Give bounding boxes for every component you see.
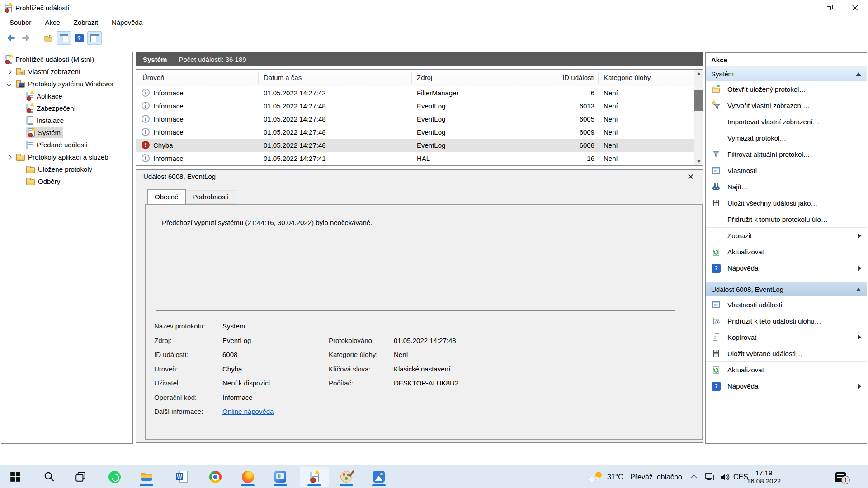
whatsapp-button[interactable] (100, 467, 129, 487)
action-import-custom-view[interactable]: Importovat vlastní zobrazení… (706, 113, 867, 130)
action-help-event-submenu[interactable]: ? Nápověda (706, 378, 867, 394)
tree-root-event-viewer[interactable]: Prohlížeč událostí (Místní) (1, 53, 132, 66)
chevron-down-icon[interactable] (6, 81, 11, 86)
tree-item-vlastni-zobrazeni[interactable]: Vlastní zobrazení (1, 66, 132, 78)
action-help-submenu[interactable]: ? Nápověda (706, 260, 867, 276)
chevron-right-icon[interactable] (6, 155, 11, 160)
menu-akce[interactable]: Akce (38, 15, 66, 29)
chrome-icon (209, 471, 222, 483)
network-button[interactable] (704, 465, 715, 488)
minimize-button[interactable] (789, 0, 816, 15)
back-button[interactable] (4, 31, 18, 45)
action-clear-log[interactable]: Vymazat protokol… (706, 130, 867, 146)
actions-group-system[interactable]: Systém (706, 67, 867, 81)
event-row[interactable]: iInformace 01.05.2022 14:27:41 HAL 16 Ne… (136, 152, 694, 165)
action-refresh-event[interactable]: Aktualizovat (706, 361, 867, 378)
paint-button[interactable] (332, 467, 361, 487)
system-app-button[interactable] (266, 467, 295, 487)
action-refresh[interactable]: Aktualizovat (706, 244, 867, 260)
event-viewer-taskbar-button[interactable] (300, 467, 329, 487)
photos-button[interactable] (364, 467, 393, 487)
action-save-all-events[interactable]: Uložit všechny události jako… (706, 195, 867, 211)
action-attach-task-to-event[interactable]: Přidružit k této události úlohu… (706, 313, 867, 329)
file-explorer-button[interactable] (132, 467, 161, 487)
scroll-up-button[interactable] (694, 70, 703, 78)
tab-podrobnosti[interactable]: Podrobnosti (186, 190, 236, 204)
collapse-icon[interactable] (856, 72, 861, 76)
weather-widget[interactable] (588, 465, 603, 488)
action-event-properties[interactable]: Vlastnosti události (706, 296, 867, 313)
column-separator[interactable] (258, 72, 259, 84)
tree-item-aplikace[interactable]: Aplikace (1, 90, 132, 102)
action-properties[interactable]: Vlastnosti (706, 162, 867, 178)
column-header-uroven[interactable]: Úroveň (142, 74, 164, 81)
event-row[interactable]: iInformace 01.05.2022 14:27:48 EventLog … (136, 113, 694, 126)
start-button[interactable] (1, 467, 30, 487)
tree-item-ulozene-protokoly[interactable]: Uložené protokoly (1, 163, 132, 175)
menu-zobrazit[interactable]: Zobrazit (67, 15, 105, 29)
column-separator[interactable] (598, 72, 599, 84)
actions-group-event[interactable]: Událost 6008, EventLog (706, 282, 867, 296)
scroll-down-button[interactable] (694, 157, 703, 165)
folder-icon (26, 167, 35, 173)
event-detail-title: Událost 6008, EventLog (143, 173, 216, 180)
event-row[interactable]: iInformace 01.05.2022 14:27:48 EventLog … (136, 126, 694, 139)
event-row[interactable]: iInformace 01.05.2022 14:27:42 FilterMan… (136, 87, 694, 100)
detail-close-button[interactable] (686, 172, 696, 182)
tree-item-zabezpeceni[interactable]: Zabezpečení (1, 102, 132, 114)
search-button[interactable] (35, 467, 64, 487)
forward-button[interactable] (19, 31, 33, 45)
task-view-button[interactable] (66, 467, 95, 487)
toggle-action-pane-button[interactable] (87, 31, 102, 45)
action-save-selected-events[interactable]: Uložit vybrané události… (706, 345, 867, 361)
notification-center-button[interactable]: 1 (835, 465, 846, 488)
word-button[interactable]: W (167, 467, 196, 487)
column-header-kategorie[interactable]: Kategorie úlohy (604, 74, 651, 81)
column-separator[interactable] (411, 72, 412, 84)
action-open-saved-log[interactable]: Otevřít uložený protokol… (706, 81, 867, 97)
action-attach-task-to-log[interactable]: Přidružit k tomuto protokolu úlo… (706, 211, 867, 227)
action-copy-submenu[interactable]: Kopírovat (706, 329, 867, 345)
tree-item-system-selected[interactable]: Systém (1, 127, 132, 139)
tree-item-odbery[interactable]: Odběry (1, 175, 132, 188)
action-filter-current-log[interactable]: Filtrovat aktuální protokol… (706, 146, 867, 162)
chrome-button[interactable] (201, 467, 230, 487)
weather-temperature[interactable]: 31°C (607, 465, 623, 488)
menu-soubor[interactable]: Soubor (3, 15, 38, 29)
submenu-arrow-icon (858, 384, 861, 389)
open-saved-log-button[interactable] (41, 31, 56, 45)
collapse-icon[interactable] (856, 288, 861, 291)
tree-item-protokoly-systemu-windows[interactable]: Protokoly systému Windows (1, 78, 132, 90)
toggle-console-tree-button[interactable] (57, 31, 71, 45)
column-header-datum[interactable]: Datum a čas (264, 74, 302, 81)
table-scrollbar[interactable] (694, 70, 703, 165)
online-help-link[interactable]: Online nápověda (222, 408, 274, 415)
create-view-icon (711, 100, 721, 110)
tree-item-protokoly-aplikaci[interactable]: Protokoly aplikací a služeb (1, 151, 132, 163)
action-find[interactable]: Najít… (706, 178, 867, 195)
menu-napoveda[interactable]: Nápověda (105, 15, 149, 29)
close-button[interactable] (842, 0, 868, 15)
column-separator[interactable] (505, 72, 505, 84)
action-view-submenu[interactable]: Zobrazit (706, 227, 867, 244)
tray-overflow-button[interactable] (692, 465, 696, 488)
weather-condition[interactable]: Převáž. oblačno (630, 465, 682, 488)
save-icon (711, 198, 721, 208)
clock[interactable]: 17:19 16.08.2022 (747, 465, 781, 488)
event-description-box[interactable]: Předchozí vypnutí systému (21:44:16, 30.… (156, 214, 675, 311)
scrollbar-thumb[interactable] (694, 90, 703, 111)
restore-button[interactable] (816, 0, 842, 15)
action-create-custom-view[interactable]: Vytvořit vlastní zobrazení… (706, 97, 867, 113)
tree-item-instalace[interactable]: Instalace (1, 114, 132, 127)
keyboard-layout[interactable]: CES (733, 465, 748, 488)
tree-item-predane-udalosti[interactable]: Předané události (1, 139, 132, 151)
event-row-selected[interactable]: !Chyba 01.05.2022 14:27:48 EventLog 6008… (136, 139, 694, 152)
firefox-button[interactable] (233, 467, 262, 487)
help-toolbar-button[interactable]: ? (72, 31, 86, 45)
column-header-zdroj[interactable]: Zdroj (417, 74, 432, 81)
column-header-id[interactable]: ID události (460, 74, 594, 81)
event-row[interactable]: iInformace 01.05.2022 14:27:48 EventLog … (136, 100, 694, 113)
tab-obecne[interactable]: Obecné (147, 189, 186, 204)
chevron-right-icon[interactable] (6, 69, 11, 74)
volume-button[interactable] (720, 465, 731, 488)
